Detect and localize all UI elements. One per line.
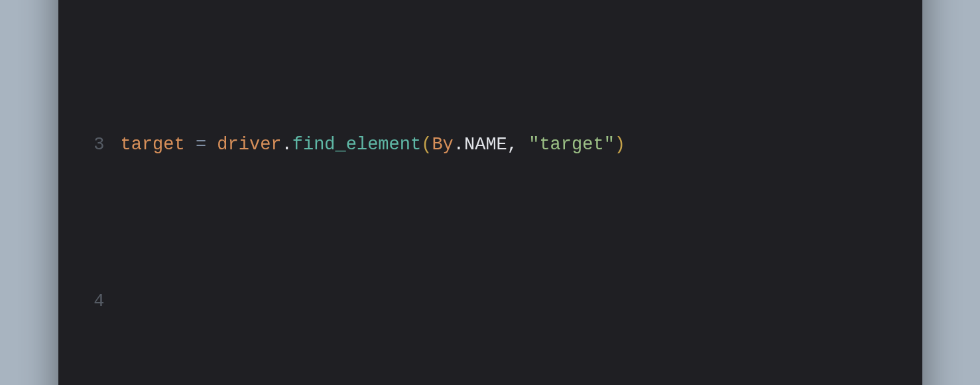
paren-close: ) (615, 135, 625, 155)
line-number: 3 (85, 129, 105, 161)
var-target: target (121, 135, 185, 155)
dot: . (282, 135, 292, 155)
line-number: 2 (85, 0, 105, 4)
prop-name: NAME (464, 135, 507, 155)
stage: 1 from selenium.webdriver import ActionC… (0, 0, 980, 385)
code-block: 1 from selenium.webdriver import ActionC… (85, 0, 896, 385)
comma: , (507, 135, 528, 155)
operator-assign: = (185, 135, 217, 155)
code-line: 3 target = driver.find_element(By.NAME, … (85, 129, 896, 161)
code-line: 2 source = driver.find_element(By.NAME, … (85, 0, 896, 4)
code-content: target = driver.find_element(By.NAME, "t… (121, 129, 626, 161)
line-number: 4 (85, 286, 105, 317)
string-target: "target" (528, 135, 615, 155)
var-driver: driver (217, 135, 281, 155)
fn-find-element: find_element (292, 135, 421, 155)
code-line: 4 (85, 286, 896, 317)
var-by: By (432, 135, 453, 155)
code-window: 1 from selenium.webdriver import ActionC… (58, 0, 922, 385)
dot: . (454, 135, 464, 155)
code-content: source = driver.find_element(By.NAME, "s… (121, 0, 626, 4)
paren-open: ( (421, 135, 432, 155)
